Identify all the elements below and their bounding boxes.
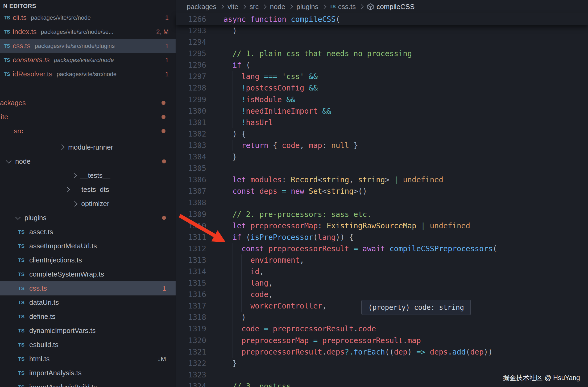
tree-file[interactable]: TSimportAnalysisBuild.ts <box>0 380 176 387</box>
folder-name: __tests__ <box>80 171 110 180</box>
line-text: !isModule && <box>206 94 588 105</box>
code-line-1320[interactable]: 1320 preprocessorMap = preprocessorResul… <box>176 335 588 346</box>
tree-file[interactable]: TSimportAnalysis.ts <box>0 366 176 380</box>
tree-file[interactable]: TSdefine.ts <box>0 310 176 324</box>
tree-folder[interactable]: __tests__ <box>0 168 176 183</box>
folder-name: plugins <box>24 214 46 222</box>
line-text: if ( <box>206 59 588 71</box>
code-line-1304[interactable]: 1304 } <box>176 151 588 163</box>
code-line-1302[interactable]: 1302 ) { <box>176 128 588 140</box>
code-line-1297[interactable]: 1297 lang === 'css' && <box>176 71 588 82</box>
code-token: ( <box>466 348 470 356</box>
code-line-1322[interactable]: 1322 } <box>176 358 588 369</box>
chevron-right-icon[interactable] <box>64 187 70 192</box>
code-area[interactable]: 1293 )12941295 // 1. plain css that need… <box>176 25 588 387</box>
open-editor-path: packages/vite/src/node <box>54 57 162 64</box>
definition-link[interactable]: code <box>358 324 376 333</box>
code-token <box>304 187 309 196</box>
code-token: Set <box>309 187 322 196</box>
code-line-1315[interactable]: 1315 lang, <box>176 277 588 289</box>
problems-badge: ↓M <box>158 355 166 363</box>
code-line-1319[interactable]: 1319 code = preprocessorResult.code <box>176 323 588 335</box>
open-editor-item[interactable]: TScli.tspackages/vite/src/node1 <box>0 11 176 25</box>
open-editor-item[interactable]: TSindex.tspackages/vite/src/node/se...2,… <box>0 25 176 39</box>
code-token <box>246 175 250 184</box>
chevron-down-icon[interactable] <box>6 158 11 163</box>
breadcrumb-vite[interactable]: vite <box>227 3 238 11</box>
chevron-right-icon[interactable] <box>71 173 77 178</box>
code-line-1316[interactable]: 1316 code, <box>176 289 588 300</box>
tree-folder[interactable]: node <box>0 154 176 168</box>
sticky-scroll-line[interactable]: 1266 async function compileCSS( <box>176 13 588 25</box>
code-line-1306[interactable]: 1306 let modules: Record<string, string>… <box>176 174 588 186</box>
code-line-1303[interactable]: 1303 return { code, map: null } <box>176 140 588 151</box>
code-line-1301[interactable]: 1301 !hasUrl <box>176 117 588 128</box>
code-token: function <box>250 15 286 24</box>
tree-file[interactable]: TSasset.ts <box>0 225 176 239</box>
code-line-1321[interactable]: 1321 preprocessorResult.deps?.forEach((d… <box>176 346 588 358</box>
code-line-1295[interactable]: 1295 // 1. plain css that needs no proce… <box>176 48 588 59</box>
breadcrumb-packages[interactable]: packages <box>187 3 216 11</box>
code-line-1314[interactable]: 1314 id, <box>176 266 588 277</box>
tree-file[interactable]: TScompleteSystemWrap.ts <box>0 267 176 281</box>
tree-sticky-folder[interactable]: src <box>0 124 176 138</box>
line-text: lang === 'css' && <box>206 71 588 82</box>
breadcrumb-src[interactable]: src <box>250 3 259 11</box>
row-right <box>162 159 166 163</box>
tree-folder[interactable]: optimizer <box>0 197 176 211</box>
tree-sticky-folder[interactable]: ackages <box>0 96 176 110</box>
code-line-1294[interactable]: 1294 <box>176 36 588 48</box>
tree-folder[interactable]: __tests_dts__ <box>0 183 176 197</box>
problems-badge: 1 <box>165 56 169 64</box>
chevron-right-icon[interactable] <box>72 201 77 207</box>
tree-file[interactable]: TScss.ts1 <box>0 281 176 295</box>
code-line-1300[interactable]: 1300 !needInlineImport && <box>176 105 588 117</box>
code-token: ( <box>336 15 340 24</box>
code-line-1311[interactable]: 1311 if (isPreProcessor(lang)) { <box>176 232 588 243</box>
code-line-1313[interactable]: 1313 environment, <box>176 254 588 266</box>
open-editor-item[interactable]: TScss.tspackages/vite/src/node/plugins1 <box>0 39 176 53</box>
code-line-1312[interactable]: 1312 const preprocessorResult = await co… <box>176 243 588 254</box>
code-token: code <box>241 324 259 333</box>
breadcrumb-node[interactable]: node <box>270 3 285 11</box>
tree-file[interactable]: TSdataUri.ts <box>0 295 176 310</box>
tree-folder[interactable]: plugins <box>0 211 176 225</box>
tree-sticky-folder[interactable]: ite <box>0 110 176 124</box>
code-line-1305[interactable]: 1305 <box>176 163 588 174</box>
code-line-1296[interactable]: 1296 if ( <box>176 59 588 71</box>
line-number: 1299 <box>176 94 206 105</box>
chevron-down-icon[interactable] <box>15 214 21 220</box>
code-line-1307[interactable]: 1307 const deps = new Set<string>() <box>176 186 588 197</box>
tree-file[interactable]: TSassetImportMetaUrl.ts <box>0 239 176 253</box>
open-editor-item[interactable]: TSidResolver.tspackages/vite/src/node1 <box>0 67 176 81</box>
typescript-file-icon: TS <box>4 57 12 63</box>
breadcrumb-label: packages <box>187 3 216 11</box>
code-token <box>425 221 430 230</box>
code-line-1293[interactable]: 1293 ) <box>176 25 588 36</box>
breadcrumb-plugins[interactable]: plugins <box>296 3 318 11</box>
code-line-1310[interactable]: 1310 let preprocessorMap: ExistingRawSou… <box>176 220 588 232</box>
code-token: ?. <box>345 348 354 356</box>
indent-guide <box>233 105 233 117</box>
code-line-1308[interactable]: 1308 <box>176 197 588 208</box>
code-line-1298[interactable]: 1298 !postcssConfig && <box>176 82 588 94</box>
open-editor-filename: cli.ts <box>13 14 27 22</box>
tree-file[interactable]: TSdynamicImportVars.ts <box>0 324 176 338</box>
folder-name: ite <box>1 113 8 121</box>
line-text <box>206 36 588 48</box>
line-text: preprocessorMap = preprocessorResult.map <box>206 335 588 346</box>
code-token: postcssConfig <box>246 84 304 92</box>
chevron-right-icon[interactable] <box>59 145 64 150</box>
breadcrumb-css.ts[interactable]: TScss.ts <box>330 3 356 11</box>
problems-badge: 1 <box>163 285 166 292</box>
breadcrumb-compileCSS[interactable]: compileCSS <box>367 3 415 11</box>
code-line-1299[interactable]: 1299 !isModule && <box>176 94 588 105</box>
code-token: new <box>291 187 304 196</box>
code-line-1309[interactable]: 1309 // 2. pre-processors: sass etc. <box>176 209 588 220</box>
tree-folder[interactable]: module-runner <box>0 140 176 154</box>
open-editor-item[interactable]: TSconstants.tspackages/vite/src/node1 <box>0 53 176 67</box>
indent-guide <box>241 289 242 300</box>
tree-file[interactable]: TShtml.ts↓M <box>0 352 176 366</box>
tree-file[interactable]: TSesbuild.ts <box>0 338 176 352</box>
tree-file[interactable]: TSclientInjections.ts <box>0 253 176 267</box>
